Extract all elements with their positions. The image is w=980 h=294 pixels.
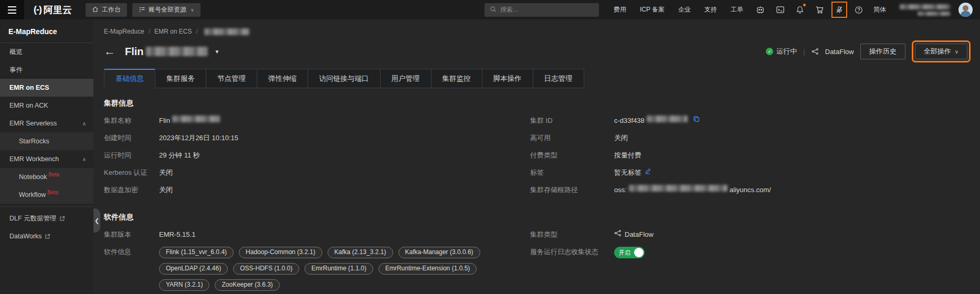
search-input[interactable]: 搜索...	[484, 3, 599, 17]
topbar-icons	[756, 5, 863, 14]
cluster-type-badge: DataFlow	[812, 48, 854, 56]
tab-访问链接与端口[interactable]: 访问链接与端口	[308, 69, 381, 88]
info-label: 高可用	[530, 133, 614, 143]
aliyun-logo-text: 阿里云	[44, 4, 72, 16]
tab-集群监控[interactable]: 集群监控	[431, 69, 482, 88]
operation-history-button[interactable]: 操作历史	[860, 44, 905, 59]
sidebar-item-dataworks[interactable]: DataWorks	[0, 227, 93, 245]
value-text: oss:	[614, 185, 627, 195]
info-col-right: 集群 IDc-d33f438高可用关闭付费类型按量付费标签暂无标签集群存储根路径…	[530, 116, 967, 202]
top-nav-bar: (-) 阿里云 工作台 账号全部资源 ∨ 搜索... 费用ICP 备案企业支持工…	[0, 0, 980, 19]
sidebar-item-emr-on-ack[interactable]: EMR on ACK	[0, 97, 93, 114]
page-title: Flin ▼	[125, 46, 219, 58]
info-label: 集群名称	[104, 116, 159, 126]
topbar-link-3[interactable]: 支持	[704, 5, 717, 14]
sidebar-item-label: Notebook	[19, 173, 47, 181]
software-tags: Flink (1.15_vvr_6.0.4)Hadoop-Common (3.2…	[159, 247, 498, 294]
sidebar-item-workflow[interactable]: WorkflowBeta	[0, 186, 93, 204]
back-arrow-icon[interactable]: ←	[104, 46, 115, 57]
search-icon	[490, 6, 497, 14]
value-text: 2023年12月26日 10:10:15	[159, 133, 238, 143]
all-actions-button[interactable]: 全部操作 ∨	[915, 44, 967, 59]
info-label: 集群类型	[530, 229, 614, 240]
info-value: DataFlow	[614, 229, 654, 240]
info-label: 创建时间	[104, 133, 159, 143]
account-resources-label: 账号全部资源	[149, 5, 186, 14]
copy-icon[interactable]	[693, 116, 700, 122]
topbar-link-1[interactable]: ICP 备案	[640, 5, 665, 14]
info-row: 集群类型DataFlow	[530, 229, 967, 240]
info-value: c-d33f438	[614, 116, 700, 126]
sidebar-item-label: EMR on ECS	[9, 84, 49, 91]
topbar-link-2[interactable]: 企业	[678, 5, 691, 14]
sidebar-item-事件[interactable]: 事件	[0, 61, 93, 79]
info-label: 软件信息	[104, 247, 159, 294]
info-row: 创建时间2023年12月26日 10:10:15	[104, 133, 530, 143]
info-label: 数据盘加密	[104, 185, 159, 195]
account-resources-dropdown[interactable]: 账号全部资源 ∨	[132, 3, 201, 17]
toggle-knob	[634, 248, 644, 257]
breadcrumb: E-MapReduce/EMR on ECS/	[104, 19, 967, 35]
tab-用户管理[interactable]: 用户管理	[380, 69, 431, 88]
notification-bell-icon[interactable]	[796, 5, 804, 14]
info-row: 服务运行日志收集状态开启	[530, 247, 967, 258]
tab-节点管理[interactable]: 节点管理	[206, 69, 257, 88]
status-check-icon: ✓	[766, 48, 773, 55]
info-value: Flin	[159, 116, 223, 126]
sidebar-item-dlf-元数据管理[interactable]: DLF 元数据管理	[0, 209, 93, 227]
info-value: Flink (1.15_vvr_6.0.4)Hadoop-Common (3.2…	[159, 247, 498, 294]
all-actions-label: 全部操作	[924, 47, 951, 56]
sidebar-collapse-handle[interactable]: ❮	[93, 208, 100, 233]
info-row: 集群 IDc-d33f438	[530, 116, 967, 126]
sidebar-item-starrocks[interactable]: StarRocks	[0, 132, 93, 150]
aliyun-logo[interactable]: (-) 阿里云	[34, 4, 72, 16]
breadcrumb-link-1[interactable]: EMR on ECS	[154, 28, 192, 35]
cart-icon[interactable]	[815, 5, 824, 14]
breadcrumb-separator: /	[196, 28, 197, 35]
header-actions: ✓ 运行中 | DataFlow 操作历史 全部操作 ∨	[766, 44, 967, 59]
topbar-link-4[interactable]: 工单	[731, 5, 743, 14]
workbench-button[interactable]: 工作台	[86, 3, 127, 17]
resource-list-icon	[139, 6, 145, 14]
info-row: 集群存储根路径oss:aliyuncs.com/	[530, 185, 967, 195]
sidebar: E-MapReduce 概览事件EMR on ECSEMR on ACKEMR …	[0, 19, 93, 294]
tab-基础信息[interactable]: 基础信息	[104, 69, 155, 88]
tab-脚本操作[interactable]: 脚本操作	[482, 69, 533, 88]
value-text: 按量付费	[614, 150, 641, 161]
voice-muted-icon[interactable]	[835, 5, 844, 14]
service-bot-icon[interactable]	[756, 5, 765, 14]
info-label: 集群 ID	[530, 116, 614, 126]
tab-弹性伸缩[interactable]: 弹性伸缩	[257, 69, 308, 88]
tab-日志管理[interactable]: 日志管理	[533, 69, 584, 88]
chevron-up-icon: ∧	[82, 121, 86, 127]
sidebar-item-emr-on-ecs[interactable]: EMR on ECS	[0, 79, 93, 97]
language-switch[interactable]: 简体	[873, 5, 886, 14]
section-title: 集群信息	[104, 99, 967, 108]
info-col-left: 集群名称Flin创建时间2023年12月26日 10:10:15运行时间29 分…	[104, 116, 530, 202]
external-link-icon	[59, 216, 65, 222]
account-name-redacted[interactable]	[898, 4, 952, 16]
breadcrumb-link-0[interactable]: E-MapReduce	[104, 28, 144, 35]
edit-icon[interactable]	[645, 167, 651, 174]
sidebar-item-emr-serverless[interactable]: EMR Serverless∧	[0, 114, 93, 132]
avatar[interactable]	[958, 3, 973, 17]
hamburger-menu-icon[interactable]	[0, 0, 24, 19]
topbar-link-0[interactable]: 费用	[614, 5, 626, 14]
sidebar-item-label: EMR Workbench	[9, 155, 59, 163]
sidebar-item-emr-workbench[interactable]: EMR Workbench∧	[0, 150, 93, 168]
title-caret-down-icon[interactable]: ▼	[215, 49, 220, 55]
software-tag: Flink (1.15_vvr_6.0.4)	[159, 247, 234, 258]
breadcrumb-separator: /	[149, 28, 150, 35]
status-label: 运行中	[776, 47, 797, 56]
terminal-icon[interactable]	[776, 5, 785, 14]
account-id-line-redacted	[918, 12, 950, 16]
info-value: 按量付费	[614, 150, 641, 161]
sidebar-item-notebook[interactable]: NotebookBeta	[0, 168, 93, 186]
tab-集群服务[interactable]: 集群服务	[155, 69, 206, 88]
value-text: DataFlow	[625, 229, 654, 240]
help-icon[interactable]	[855, 6, 863, 14]
log-collect-toggle[interactable]: 开启	[614, 247, 645, 258]
sidebar-item-概览[interactable]: 概览	[0, 43, 93, 61]
redacted-value	[647, 116, 688, 122]
info-value: 开启	[614, 247, 645, 258]
